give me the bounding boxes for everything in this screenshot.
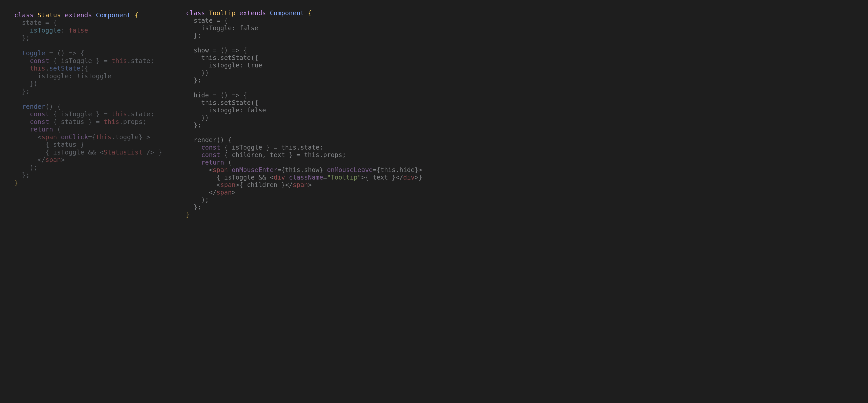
method-name-show: show (194, 46, 209, 54)
method-name-hide: hide (194, 91, 209, 99)
extends-type: Component (96, 11, 131, 19)
state-value: false (240, 24, 258, 32)
method-name-toggle: toggle (22, 49, 45, 57)
code-line: class Status extends Component { (14, 11, 139, 19)
setstate-body: isToggle: true (209, 61, 262, 69)
code-pane-left: class Status extends Component { state =… (0, 0, 186, 403)
code-body: state = { isToggle: false }; toggle = ()… (14, 19, 162, 187)
extends-type: Component (270, 9, 304, 17)
state-value: false (69, 27, 88, 34)
method-name-render: render (194, 136, 217, 144)
state-key: isToggle (201, 24, 232, 32)
setstate-body: isToggle: false (209, 106, 266, 114)
method-name-render: render (22, 103, 45, 110)
state-key: isToggle (30, 27, 61, 34)
class-name: Tooltip (209, 9, 236, 17)
code-pane-right: class Tooltip extends Component { state … (186, 0, 423, 403)
code-line: class Tooltip extends Component { (186, 9, 312, 17)
class-name: Status (37, 11, 61, 19)
